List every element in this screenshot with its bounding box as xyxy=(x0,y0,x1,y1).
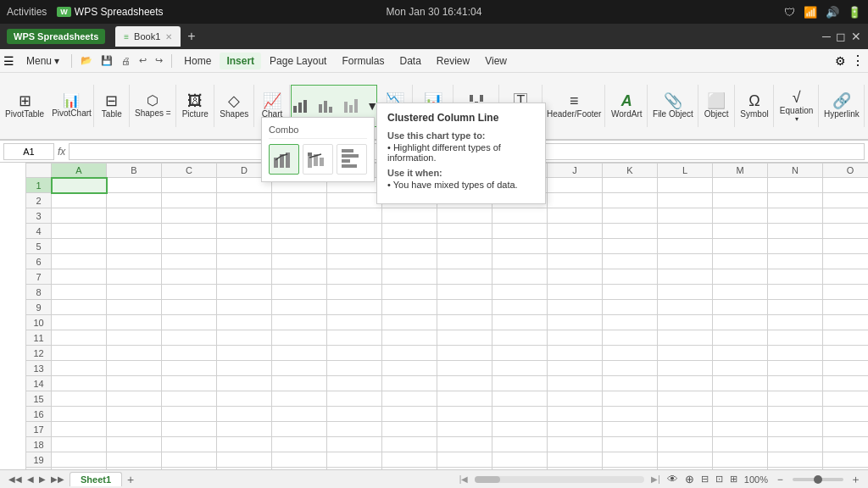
cell[interactable] xyxy=(437,224,492,239)
cell[interactable] xyxy=(107,178,162,193)
view-tab[interactable]: View xyxy=(478,53,514,69)
cell[interactable] xyxy=(768,468,823,470)
cell[interactable] xyxy=(382,346,437,361)
insert-tab[interactable]: Insert xyxy=(220,53,261,69)
cell[interactable] xyxy=(658,376,713,391)
cell[interactable] xyxy=(327,437,382,452)
cell[interactable] xyxy=(272,407,327,422)
cell[interactable] xyxy=(492,269,548,285)
row-header-1[interactable]: 1 xyxy=(26,178,52,193)
cell[interactable] xyxy=(327,193,382,208)
cell[interactable] xyxy=(327,269,382,285)
cell[interactable] xyxy=(272,422,327,437)
redo-button[interactable]: ↪ xyxy=(152,53,166,68)
cell[interactable] xyxy=(217,452,272,468)
cell[interactable] xyxy=(272,254,327,269)
cell[interactable] xyxy=(713,300,768,315)
cell[interactable] xyxy=(272,330,327,346)
cell[interactable] xyxy=(52,346,107,361)
row-header-12[interactable]: 12 xyxy=(26,346,52,361)
row-header-14[interactable]: 14 xyxy=(26,376,52,391)
cell[interactable] xyxy=(548,285,603,300)
cell-reference-input[interactable] xyxy=(3,143,54,160)
view-fullpage-icon[interactable]: ⊞ xyxy=(730,474,737,485)
cell[interactable] xyxy=(52,269,107,285)
cell[interactable] xyxy=(823,346,869,361)
print-button[interactable]: 🖨 xyxy=(118,54,134,68)
cell[interactable] xyxy=(713,193,768,208)
cell[interactable] xyxy=(217,407,272,422)
cell[interactable] xyxy=(492,391,548,407)
cell[interactable] xyxy=(492,330,548,346)
object-button[interactable]: ⬜ Object xyxy=(701,92,732,120)
cell[interactable] xyxy=(162,193,217,208)
cell[interactable] xyxy=(713,224,768,239)
cell[interactable] xyxy=(382,376,437,391)
cell[interactable] xyxy=(492,346,548,361)
cell[interactable] xyxy=(548,193,603,208)
bar-sparkline-button[interactable] xyxy=(288,97,312,115)
cell[interactable] xyxy=(327,254,382,269)
cell[interactable] xyxy=(823,239,869,254)
cell[interactable] xyxy=(768,330,823,346)
cell[interactable] xyxy=(327,468,382,470)
add-tab-button[interactable]: + xyxy=(184,29,198,44)
cell[interactable] xyxy=(713,208,768,224)
cell[interactable] xyxy=(217,224,272,239)
cell[interactable] xyxy=(437,468,492,470)
cell[interactable] xyxy=(217,254,272,269)
cell[interactable] xyxy=(217,330,272,346)
cell[interactable] xyxy=(603,315,658,330)
column-sparkline-button[interactable] xyxy=(314,97,337,115)
cell[interactable] xyxy=(52,285,107,300)
cell[interactable] xyxy=(437,285,492,300)
cell[interactable] xyxy=(548,452,603,468)
cell[interactable] xyxy=(823,452,869,468)
data-tab[interactable]: Data xyxy=(392,53,427,69)
cell[interactable] xyxy=(658,193,713,208)
cell[interactable] xyxy=(603,224,658,239)
cell[interactable] xyxy=(162,330,217,346)
cell[interactable] xyxy=(823,422,869,437)
add-sheet-button[interactable]: + xyxy=(124,473,137,486)
cell[interactable] xyxy=(768,269,823,285)
cell[interactable] xyxy=(823,391,869,407)
cell[interactable] xyxy=(382,330,437,346)
menu-icon[interactable]: ☰ xyxy=(3,54,14,68)
row-header-4[interactable]: 4 xyxy=(26,224,52,239)
hyperlink-button[interactable]: 🔗 Hyperlink xyxy=(821,92,863,120)
col-header-L[interactable]: L xyxy=(658,164,713,178)
cell[interactable] xyxy=(713,315,768,330)
cell[interactable] xyxy=(217,208,272,224)
cell[interactable] xyxy=(768,224,823,239)
cell[interactable] xyxy=(272,300,327,315)
cell[interactable] xyxy=(768,178,823,193)
cell[interactable] xyxy=(713,376,768,391)
wordart-button[interactable]: A WordArt xyxy=(608,92,646,120)
cell[interactable] xyxy=(548,254,603,269)
open-button[interactable]: 📂 xyxy=(77,53,96,68)
row-header-17[interactable]: 17 xyxy=(26,422,52,437)
col-header-O[interactable]: O xyxy=(823,164,869,178)
cell[interactable] xyxy=(382,407,437,422)
cell[interactable] xyxy=(162,468,217,470)
cell[interactable] xyxy=(272,468,327,470)
cell[interactable] xyxy=(52,422,107,437)
cell[interactable] xyxy=(327,346,382,361)
cell[interactable] xyxy=(823,437,869,452)
cell[interactable] xyxy=(548,437,603,452)
cell[interactable] xyxy=(603,300,658,315)
cell[interactable] xyxy=(658,208,713,224)
cell[interactable] xyxy=(658,285,713,300)
cell[interactable] xyxy=(162,315,217,330)
cell[interactable] xyxy=(107,285,162,300)
cell[interactable] xyxy=(382,285,437,300)
cell[interactable] xyxy=(713,422,768,437)
cell[interactable] xyxy=(713,437,768,452)
cell[interactable] xyxy=(548,178,603,193)
cell[interactable] xyxy=(823,468,869,470)
row-header-2[interactable]: 2 xyxy=(26,193,52,208)
cell[interactable] xyxy=(437,391,492,407)
cell[interactable] xyxy=(713,269,768,285)
cell[interactable] xyxy=(492,239,548,254)
